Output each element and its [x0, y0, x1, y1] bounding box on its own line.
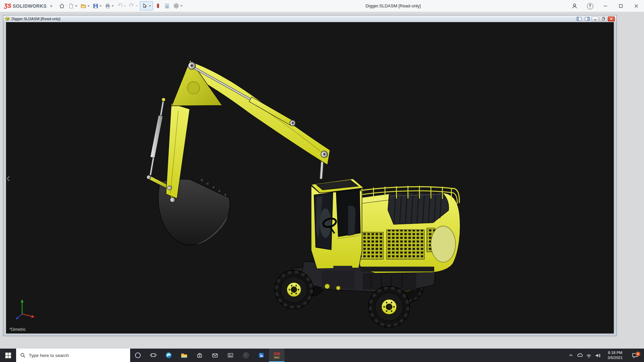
- file-properties-button[interactable]: [163, 1, 171, 10]
- taskbar-edge-button[interactable]: [161, 349, 176, 362]
- bucket-cylinder[interactable]: [150, 98, 165, 175]
- view-orientation-label: *Dimetric: [9, 327, 26, 332]
- front-wheel[interactable]: [275, 270, 313, 309]
- action-center-button[interactable]: 3: [628, 352, 642, 359]
- search-input[interactable]: [29, 353, 130, 358]
- rear-wheel[interactable]: [369, 286, 410, 327]
- assembly-cube-icon: [5, 16, 10, 21]
- start-button[interactable]: [0, 349, 16, 362]
- redo-button[interactable]: [128, 1, 139, 10]
- panel-collapse-chevron-icon[interactable]: [6, 176, 10, 182]
- undo-icon: [117, 3, 123, 9]
- tray-show-hidden-button[interactable]: [566, 349, 575, 362]
- taskbar-search[interactable]: [16, 349, 130, 362]
- taskbar-store-button[interactable]: [192, 349, 207, 362]
- document-close-button[interactable]: [608, 16, 615, 21]
- new-document-button[interactable]: [67, 1, 78, 10]
- chevron-down-icon[interactable]: [180, 5, 182, 7]
- appearance-icon: [155, 3, 161, 9]
- system-tray: 8:18 PM 3/5/2021 3: [566, 349, 644, 362]
- graphics-viewport[interactable]: *Dimetric: [6, 22, 614, 334]
- dassault-logo-mark: ƷS: [4, 3, 11, 9]
- chevron-up-icon: [568, 352, 574, 358]
- document-titlebar[interactable]: Digger.SLDASM [Read-only]: [3, 15, 616, 22]
- chevron-down-icon[interactable]: [112, 5, 114, 7]
- pane-left-button[interactable]: [576, 16, 583, 21]
- chevron-down-icon[interactable]: [124, 5, 126, 7]
- select-cursor-icon: [142, 3, 148, 9]
- home-icon: [59, 3, 65, 9]
- blue-app-icon: [258, 352, 265, 359]
- chevron-down-icon[interactable]: [88, 5, 90, 7]
- store-icon: [196, 352, 203, 359]
- taskbar-clock[interactable]: 8:18 PM 3/5/2021: [602, 350, 628, 360]
- app-titlebar: ƷS SOLIDWORKS: [0, 0, 644, 12]
- close-icon: [634, 4, 638, 8]
- save-icon: [93, 3, 99, 9]
- maximize-button[interactable]: [613, 0, 629, 12]
- search-icon: [20, 353, 25, 358]
- taskbar-blue-app-button[interactable]: [254, 349, 269, 362]
- home-button[interactable]: [58, 1, 66, 10]
- document-minimize-button[interactable]: [592, 16, 599, 21]
- minimize-icon: [603, 4, 607, 8]
- chevron-down-icon[interactable]: [100, 5, 102, 7]
- edge-icon: [165, 352, 172, 359]
- tray-volume-button[interactable]: [593, 349, 602, 362]
- taskbar-solidworks-button[interactable]: SW 2021: [269, 349, 284, 362]
- boom-arm[interactable]: [187, 62, 330, 179]
- notification-badge: 3: [636, 352, 640, 356]
- document-title: Digger.SLDASM [Read-only]: [11, 17, 60, 21]
- new-document-icon: [68, 3, 74, 9]
- cortana-icon: [134, 352, 142, 359]
- machine-body[interactable]: [354, 186, 460, 273]
- restore-icon: [602, 17, 605, 20]
- pane-right-button[interactable]: [584, 16, 591, 21]
- help-icon: ?: [587, 3, 593, 9]
- close-button[interactable]: [629, 0, 644, 12]
- redo-icon: [129, 3, 135, 9]
- minimize-button[interactable]: [598, 0, 613, 12]
- undo-button[interactable]: [116, 1, 127, 10]
- taskbar-mail-button[interactable]: [207, 349, 223, 362]
- select-tool-button[interactable]: [140, 1, 153, 10]
- options-button[interactable]: [172, 1, 183, 10]
- volume-icon: [595, 352, 601, 359]
- taskbar-dark-app-button[interactable]: [238, 349, 254, 362]
- taskbar-task-view-button[interactable]: [146, 349, 161, 362]
- solidworks-year-label: 2021: [274, 356, 280, 359]
- taskbar-cortana-button[interactable]: [130, 349, 146, 362]
- dark-app-icon: [242, 352, 250, 359]
- orientation-triad-icon: [11, 297, 39, 325]
- document-window-controls: [576, 16, 615, 21]
- window-controls: ?: [567, 0, 644, 12]
- help-button[interactable]: ?: [582, 0, 598, 12]
- clock-date: 3/5/2021: [602, 355, 628, 360]
- rear-panel: [431, 226, 455, 262]
- cab[interactable]: [311, 179, 364, 269]
- save-button[interactable]: [92, 1, 103, 10]
- chevron-down-icon[interactable]: [149, 5, 151, 7]
- chevron-down-icon[interactable]: [75, 5, 77, 7]
- document-restore-button[interactable]: [600, 16, 607, 21]
- taskbar-file-explorer-button[interactable]: [176, 349, 192, 362]
- pane-right-icon: [585, 17, 590, 21]
- menu-expand-arrow-icon[interactable]: [51, 5, 52, 7]
- mail-icon: [211, 352, 219, 359]
- print-button[interactable]: [104, 1, 115, 10]
- chevron-down-icon[interactable]: [136, 5, 138, 7]
- solidworks-logo-text: SOLIDWORKS: [13, 3, 47, 9]
- solidworks-icon: SW: [273, 352, 280, 356]
- pane-left-icon: [577, 17, 582, 21]
- appearance-button[interactable]: [154, 1, 162, 10]
- taskbar-photos-button[interactable]: [223, 349, 238, 362]
- user-account-button[interactable]: [567, 0, 582, 12]
- open-button[interactable]: [79, 1, 91, 10]
- maximize-icon: [619, 4, 623, 8]
- settings-gear-icon: [173, 3, 179, 9]
- task-view-icon: [150, 352, 157, 359]
- tray-network-button[interactable]: [584, 349, 593, 362]
- taskbar: SW 2021: [0, 349, 644, 362]
- tray-cloud-button[interactable]: [575, 349, 584, 362]
- side-grille: [387, 230, 424, 259]
